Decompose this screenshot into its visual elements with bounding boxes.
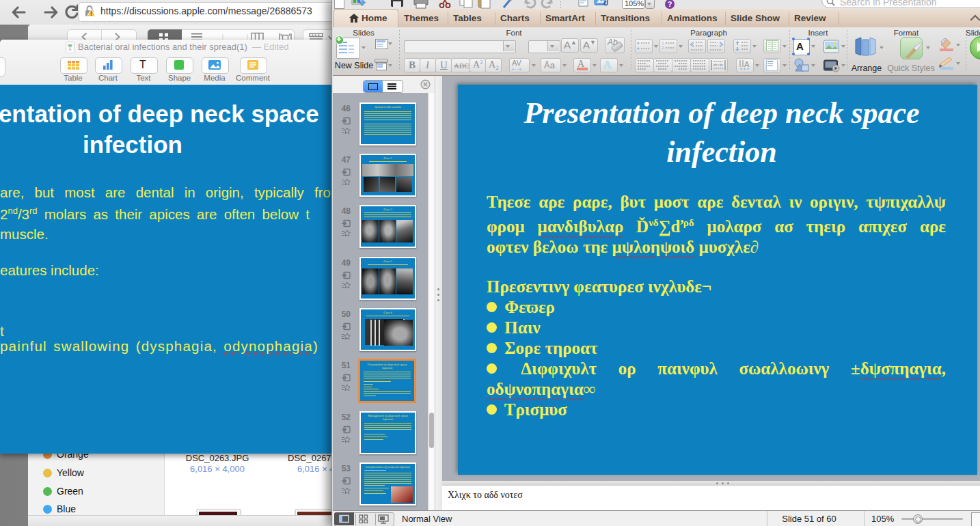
svg-text:1: 1 — [662, 41, 664, 45]
svg-text:2: 2 — [662, 46, 664, 50]
svg-text:A: A — [744, 60, 750, 68]
